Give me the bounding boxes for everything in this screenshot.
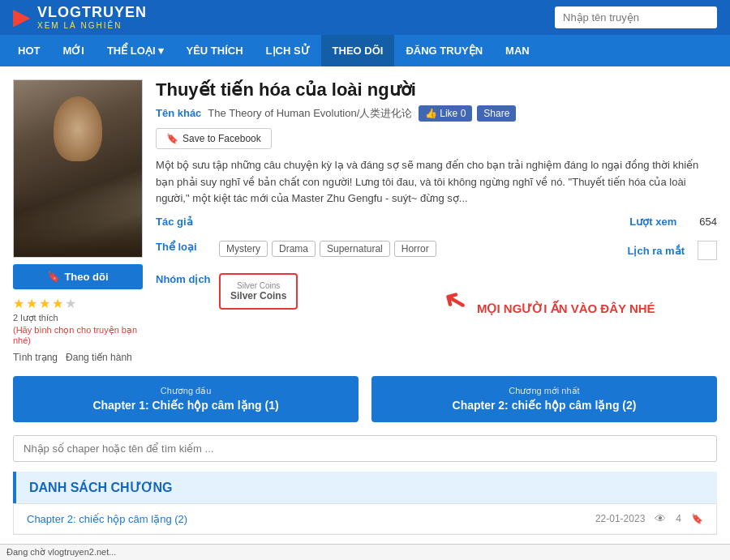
likes-row: ★ ★ ★ ★ ★ 2 lượt thích (Hãy bình chọn ch…	[13, 296, 143, 345]
chapter-meta: 22-01-2023 👁 4 🔖	[595, 512, 703, 525]
chapter-date: 22-01-2023	[595, 513, 645, 524]
bookmark-icon: 🔖	[47, 271, 60, 283]
chapter-first-button[interactable]: Chương đầu Chapter 1: Chiếc hộp câm lặng…	[13, 376, 359, 423]
release-col: Lịch ra mắt	[436, 241, 717, 267]
author-label: Tác giả	[156, 216, 213, 228]
info-grid-row1: Tác giả Lượt xem 654	[156, 216, 717, 234]
info-grid-row2: Thể loại Mystery Drama Supernatural Horr…	[156, 241, 717, 267]
views-value: 654	[699, 216, 717, 228]
silver-coins-badge[interactable]: Silver Coins Silver Coins	[219, 273, 298, 310]
arrow-annotation: ➜ MỌI NGƯỜI ẤN VÀO ĐÂY NHÉ	[443, 287, 655, 316]
save-facebook-button[interactable]: 🔖 Save to Facebook	[156, 128, 272, 149]
eye-icon: 👁	[655, 512, 666, 525]
main-content: 🔖 Theo dõi ★ ★ ★ ★ ★ 2 lượt thích (Hãy b…	[0, 66, 730, 549]
chapter-views: 4	[676, 513, 681, 524]
nav-item-lich-su[interactable]: LỊCH SỬ	[255, 35, 321, 66]
nav-item-yeu-thich[interactable]: YÊU THÍCH	[175, 35, 255, 66]
genre-horror[interactable]: Horror	[394, 241, 436, 257]
release-calendar-icon	[698, 241, 717, 260]
thumb-up-icon: 👍	[425, 108, 437, 119]
chapter-latest-title: Chapter 2: chiếc hộp câm lặng (2)	[384, 397, 704, 414]
search-input[interactable]	[555, 6, 717, 28]
manga-description: Một bộ sưu tập những câu chuyện kỳ lạ và…	[156, 157, 717, 207]
translator-label: Nhóm dịch	[156, 273, 213, 285]
manga-cover-image	[13, 79, 143, 258]
translator-col: Nhóm dịch Silver Coins Silver Coins	[156, 273, 430, 316]
chapter-latest-button[interactable]: Chương mới nhất Chapter 2: chiếc hộp câm…	[371, 376, 717, 423]
star-3[interactable]: ★	[39, 296, 50, 311]
nav-item-hot[interactable]: HOT	[6, 35, 51, 66]
annotation-text: MỌI NGƯỜI ẤN VÀO ĐÂY NHÉ	[477, 301, 655, 316]
logo-sub: XEM LÀ NGHIÊN	[37, 21, 147, 30]
sc-label: Silver Coins	[237, 281, 280, 290]
info-grid-row3: Nhóm dịch Silver Coins Silver Coins ➜ MỌ…	[156, 273, 717, 316]
header-top: ▶ VLOGTRUYEN XEM LÀ NGHIÊN	[0, 0, 730, 35]
nav-item-dang-truyen[interactable]: ĐĂNG TRUYỆN	[394, 35, 494, 66]
sc-name: Silver Coins	[230, 290, 286, 301]
chapter-buttons: Chương đầu Chapter 1: Chiếc hộp câm lặng…	[13, 376, 717, 423]
genre-col: Thể loại Mystery Drama Supernatural Horr…	[156, 241, 436, 267]
chapter-list-title: DANH SÁCH CHƯƠNG	[13, 472, 717, 503]
alt-name-value: The Theory of Human Evolution/人类进化论	[208, 106, 412, 121]
status-bar-text: Đang chờ vlogtruyen2.net...	[6, 547, 116, 548]
genre-mystery[interactable]: Mystery	[219, 241, 268, 257]
status-label: Tình trạng	[13, 352, 58, 363]
share-button[interactable]: Share	[477, 105, 516, 122]
chapter-latest-label: Chương mới nhất	[384, 384, 704, 398]
star-2[interactable]: ★	[26, 296, 37, 311]
alt-name-label: Tên khác	[156, 107, 201, 119]
manga-cover-column: 🔖 Theo dõi ★ ★ ★ ★ ★ 2 lượt thích (Hãy b…	[13, 79, 143, 363]
nav-item-man[interactable]: MAN	[494, 35, 541, 66]
nav-item-moi[interactable]: MỚI	[51, 35, 95, 66]
logo-area: ▶ VLOGTRUYEN XEM LÀ NGHIÊN	[13, 5, 147, 30]
chapter-first-label: Chương đầu	[26, 384, 346, 398]
alt-name-row: Tên khác The Theory of Human Evolution/人…	[156, 105, 717, 122]
release-label: Lịch ra mắt	[627, 245, 685, 257]
likes-prompt-link[interactable]: (Hãy bình chọn cho truyện bạn nhé)	[13, 325, 143, 345]
nav-item-the-loai[interactable]: THỂ LOẠI ▾	[96, 35, 175, 66]
status-row: Tình trạng Đang tiến hành	[13, 352, 143, 363]
star-rating[interactable]: ★ ★ ★ ★ ★	[13, 296, 76, 311]
save-bookmark-icon: 🔖	[166, 133, 178, 144]
star-5[interactable]: ★	[65, 296, 76, 311]
status-bar: Đang chờ vlogtruyen2.net...	[0, 544, 730, 548]
star-4[interactable]: ★	[52, 296, 63, 311]
nav-item-theo-doi[interactable]: THEO DÕI	[321, 35, 395, 66]
star-1[interactable]: ★	[13, 296, 24, 311]
genre-tags: Mystery Drama Supernatural Horror	[219, 241, 436, 257]
genre-label: Thể loại	[156, 241, 213, 253]
red-arrow-icon: ➜	[437, 283, 473, 320]
likes-count: 2 lượt thích	[13, 313, 58, 323]
bookmark-chapter-icon[interactable]: 🔖	[691, 513, 703, 524]
logo-main: VLOGTRUYEN	[37, 5, 147, 21]
table-row[interactable]: Chapter 2: chiếc hộp câm lặng (2) 22-01-…	[14, 504, 716, 534]
manga-title: Thuyết tiến hóa của loài người	[156, 79, 717, 100]
annotation-col: ➜ MỌI NGƯỜI ẤN VÀO ĐÂY NHÉ	[430, 273, 717, 316]
chapter-first-title: Chapter 1: Chiếc hộp câm lặng (1)	[26, 397, 346, 414]
like-button[interactable]: 👍 Like 0	[419, 105, 472, 122]
author-col: Tác giả	[156, 216, 436, 234]
social-buttons: 👍 Like 0 Share	[419, 105, 516, 122]
logo-text: VLOGTRUYEN XEM LÀ NGHIÊN	[37, 5, 147, 30]
manga-header: 🔖 Theo dõi ★ ★ ★ ★ ★ 2 lượt thích (Hãy b…	[13, 79, 717, 363]
chapter-list: Chapter 2: chiếc hộp câm lặng (2) 22-01-…	[13, 503, 717, 535]
nav-bar: HOT MỚI THỂ LOẠI ▾ YÊU THÍCH LỊCH SỬ THE…	[0, 35, 730, 66]
views-col: Lượt xem 654	[436, 216, 717, 234]
logo-icon: ▶	[13, 6, 31, 28]
chevron-down-icon: ▾	[158, 45, 164, 57]
views-label: Lượt xem	[629, 216, 686, 228]
chapter-link[interactable]: Chapter 2: chiếc hộp câm lặng (2)	[27, 513, 187, 525]
genre-drama[interactable]: Drama	[272, 241, 316, 257]
search-chapter-input[interactable]	[13, 435, 717, 462]
status-value: Đang tiến hành	[66, 352, 132, 363]
genre-supernatural[interactable]: Supernatural	[320, 241, 390, 257]
follow-button[interactable]: 🔖 Theo dõi	[13, 264, 143, 289]
manga-info: Thuyết tiến hóa của loài người Tên khác …	[156, 79, 717, 363]
